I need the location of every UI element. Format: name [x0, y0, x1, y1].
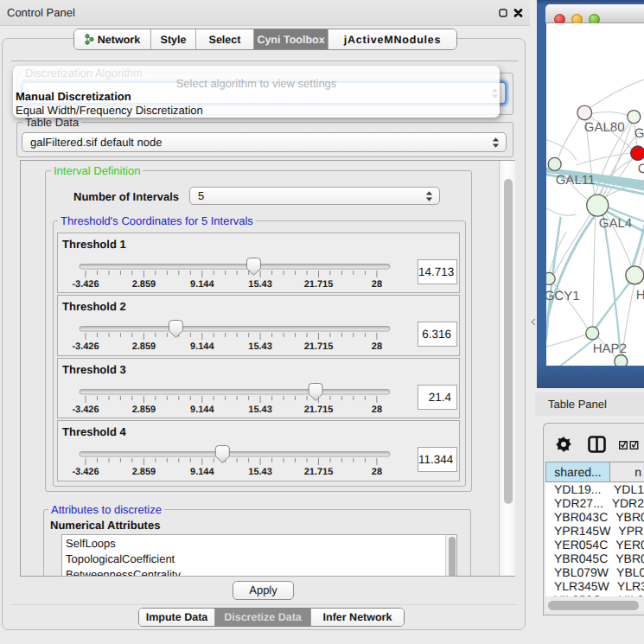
- svg-text:GCY1: GCY1: [546, 288, 580, 303]
- svg-text:15.43: 15.43: [248, 341, 272, 352]
- svg-text:-3.426: -3.426: [72, 278, 99, 289]
- svg-text:9.144: 9.144: [190, 341, 214, 352]
- svg-text:21.715: 21.715: [304, 404, 334, 414]
- svg-text:GA: GA: [634, 125, 644, 140]
- svg-text:21.715: 21.715: [304, 278, 334, 289]
- svg-text:2.859: 2.859: [132, 404, 156, 414]
- svg-text:28: 28: [372, 467, 382, 477]
- svg-text:GAL80: GAL80: [583, 119, 624, 134]
- svg-text:2.859: 2.859: [132, 278, 156, 289]
- svg-text:21.715: 21.715: [304, 341, 334, 352]
- svg-text:2.859: 2.859: [132, 467, 156, 477]
- svg-text:GAL4: GAL4: [598, 215, 631, 230]
- svg-text:-3.426: -3.426: [72, 341, 99, 352]
- svg-text:15.43: 15.43: [248, 404, 272, 414]
- svg-text:2.859: 2.859: [132, 341, 156, 352]
- svg-text:21.715: 21.715: [304, 467, 334, 477]
- svg-text:9.144: 9.144: [190, 404, 214, 414]
- svg-text:-3.426: -3.426: [72, 467, 99, 477]
- svg-text:15.43: 15.43: [248, 278, 272, 289]
- svg-text:9.144: 9.144: [190, 278, 214, 289]
- svg-text:GAL11: GAL11: [555, 172, 595, 187]
- svg-text:28: 28: [372, 341, 382, 352]
- svg-text:HAP2: HAP2: [592, 341, 626, 355]
- svg-text:15.43: 15.43: [248, 467, 272, 477]
- svg-text:28: 28: [372, 404, 382, 414]
- svg-text:C: C: [637, 161, 644, 175]
- svg-text:9.144: 9.144: [190, 467, 214, 477]
- svg-text:H: H: [635, 287, 644, 302]
- svg-text:-3.426: -3.426: [72, 404, 99, 414]
- svg-text:28: 28: [372, 278, 382, 289]
